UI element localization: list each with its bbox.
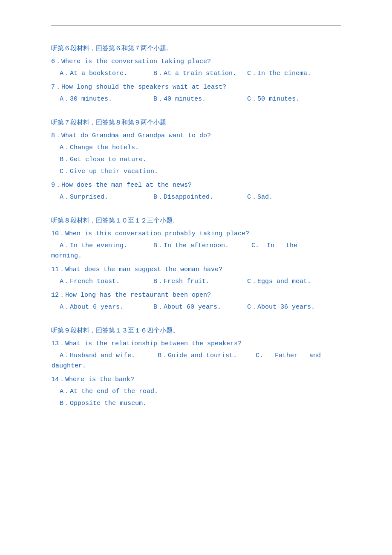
q7-option-c: C．50 minutes. <box>247 94 341 104</box>
question-7-options: A．30 minutes. B．40 minutes. C．50 minutes… <box>60 94 341 104</box>
section-7-header: 听第７段材料，回答第８和第９两个小题 <box>51 117 341 127</box>
section-6-header: 听第６段材料，回答第６和第７两个小题。 <box>51 43 341 53</box>
question-13-options: A．Husband and wife. B．Guide and tourist.… <box>51 351 341 371</box>
question-8: 8．What do Grandma and Grandpa want to do… <box>51 131 341 141</box>
section-6: 听第６段材料，回答第６和第７两个小题。 6．Where is the conve… <box>51 43 341 104</box>
q8-option-b: B．Get close to nature. <box>60 155 341 165</box>
q7-option-a: A．30 minutes. <box>60 94 153 104</box>
question-9: 9．How does the man feel at the news? <box>51 180 341 191</box>
q13-option-a: A．Husband and wife. <box>60 351 158 361</box>
question-8-options: A．Change the hotels. B．Get close to natu… <box>51 143 341 177</box>
question-6: 6．Where is the conversation taking place… <box>51 57 341 67</box>
question-14: 14．Where is the bank? <box>51 375 341 385</box>
main-content: 听第６段材料，回答第６和第７两个小题。 6．Where is the conve… <box>0 26 392 439</box>
q14-option-b: B．Opposite the museum. <box>60 399 341 409</box>
q12-option-b: B．About 60 years. <box>153 302 247 312</box>
q10-option-c-partial: C. In the <box>251 241 297 251</box>
section-8-header: 听第８段材料，回答第１０至１２三个小题. <box>51 215 341 225</box>
question-10: 10．When is this conversation probably ta… <box>51 229 341 239</box>
q11-option-a: A．French toast. <box>60 277 153 287</box>
q10-option-b: B．In the afternoon. <box>153 241 251 251</box>
question-11-options: A．French toast. B．Fresh fruit. C．Eggs an… <box>60 277 341 287</box>
question-10-options: A．In the evening. B．In the afternoon. C.… <box>51 241 341 261</box>
question-6-options: A．At a bookstore. B．At a train station. … <box>60 69 341 79</box>
q13-option-c-wrap: daughter. <box>52 361 341 371</box>
q6-option-a: A．At a bookstore. <box>60 69 153 79</box>
q12-option-c: C．About 36 years. <box>247 302 341 312</box>
question-12: 12．How long has the restaurant been open… <box>51 290 341 301</box>
q10-option-c-wrap: morning. <box>51 251 341 261</box>
question-14-options: A．At the end of the road. B．Opposite the… <box>51 387 341 409</box>
q13-option-b: B．Guide and tourist. <box>158 351 256 361</box>
question-13: 13．What is the relationship between the … <box>51 339 341 349</box>
question-9-options: A．Surprised. B．Disappointed. C．Sad. <box>60 192 341 202</box>
q9-option-b: B．Disappointed. <box>153 192 247 202</box>
q11-option-b: B．Fresh fruit. <box>153 277 247 287</box>
q11-option-c: C．Eggs and meat. <box>247 277 341 287</box>
q12-option-a: A．About 6 years. <box>60 302 153 312</box>
q9-option-c: C．Sad. <box>247 192 341 202</box>
section-7: 听第７段材料，回答第８和第９两个小题 8．What do Grandma and… <box>51 117 341 202</box>
q8-option-a: A．Change the hotels. <box>60 143 341 153</box>
q9-option-a: A．Surprised. <box>60 192 153 202</box>
section-9-header: 听第９段材料，回答第１３至１６四个小题。 <box>51 325 341 335</box>
q6-option-c: C．In the cinema. <box>247 69 341 79</box>
q8-option-c: C．Give up their vacation. <box>60 167 341 177</box>
q6-option-b: B．At a train station. <box>153 69 247 79</box>
question-7: 7．How long should the speakers wait at l… <box>51 82 341 92</box>
q10-option-a: A．In the evening. <box>60 241 153 251</box>
question-12-options: A．About 6 years. B．About 60 years. C．Abo… <box>60 302 341 312</box>
question-11: 11．What does the man suggest the woman h… <box>51 265 341 275</box>
q14-option-a: A．At the end of the road. <box>60 387 341 397</box>
q13-option-c-partial: C. Father and <box>256 351 321 361</box>
section-8: 听第８段材料，回答第１０至１２三个小题. 10．When is this con… <box>51 215 341 312</box>
section-9: 听第９段材料，回答第１３至１６四个小题。 13．What is the rela… <box>51 325 341 409</box>
q7-option-b: B．40 minutes. <box>153 94 247 104</box>
